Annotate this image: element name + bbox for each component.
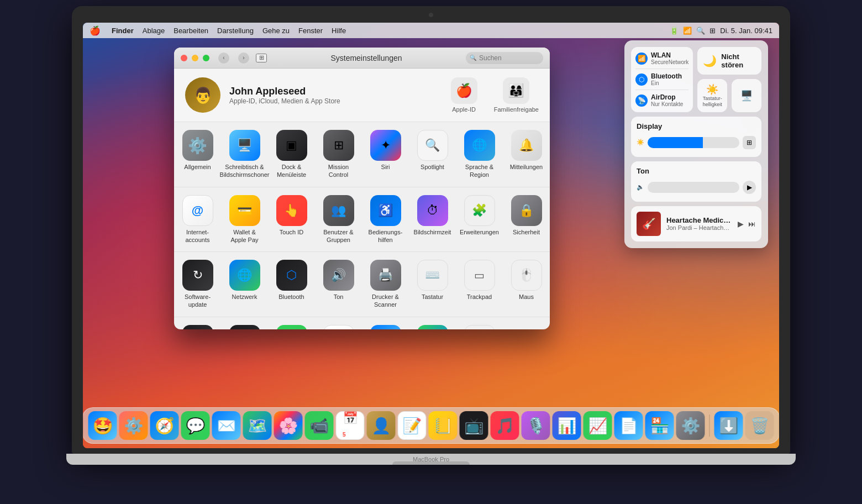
- settings-spotlight[interactable]: 🔍 Spotlight: [411, 127, 454, 182]
- user-profile[interactable]: 👨 John Appleseed Apple-ID, iCloud, Medie…: [174, 69, 550, 122]
- dock-contacts[interactable]: 👤: [367, 411, 396, 440]
- mission-label: Mission Control: [320, 163, 357, 179]
- settings-network[interactable]: 🌐 Netzwerk: [223, 256, 266, 312]
- dock-appstore[interactable]: 🏪: [645, 411, 674, 440]
- battery-icon[interactable]: 🔋: [670, 27, 679, 35]
- settings-touchid[interactable]: 👆 Touch ID: [270, 192, 313, 248]
- datum-icon: 🕐: [323, 325, 354, 329]
- brightness-slider[interactable]: [648, 137, 739, 148]
- keynote-icon: 📊: [557, 417, 576, 435]
- cc-bluetooth-row[interactable]: ⬡ Bluetooth Ein: [635, 72, 688, 86]
- settings-benutzer[interactable]: 👥 Benutzer & Gruppen: [317, 192, 360, 248]
- search-icon-menubar[interactable]: 🔍: [696, 27, 705, 35]
- photos-icon: 🌸: [278, 417, 298, 435]
- dock-keynote[interactable]: 📊: [553, 411, 581, 440]
- minimize-button[interactable]: [192, 55, 198, 61]
- back-button[interactable]: ‹: [218, 53, 229, 64]
- settings-schreibtisch[interactable]: 🖥️ Schreibtisch & Bildschirmschoner: [223, 127, 266, 182]
- dock-photos[interactable]: 🌸: [274, 411, 303, 440]
- dock-appletv[interactable]: 📺: [460, 411, 488, 440]
- settings-timemachine[interactable]: ⏰ Time Machine: [411, 322, 454, 329]
- dock-music[interactable]: 🎵: [491, 411, 519, 440]
- finder-menu[interactable]: Finder: [112, 27, 134, 35]
- mirror-tile[interactable]: 🖥️: [732, 79, 761, 112]
- dock-finder[interactable]: 🤩: [88, 411, 117, 440]
- dock-maps[interactable]: 🗺️: [243, 411, 272, 440]
- settings-datum[interactable]: 🕐 Datum & Uhrzeit: [317, 322, 360, 329]
- settings-mitteilungen[interactable]: 🔔 Mitteilungen: [505, 127, 548, 182]
- settings-ton[interactable]: 🔊 Ton: [317, 256, 360, 312]
- internet-icon: @: [182, 195, 213, 226]
- settings-monitore[interactable]: 🖥️ Monitore: [176, 322, 219, 329]
- dock-calendar[interactable]: 📅5: [336, 411, 365, 440]
- dock-podcasts[interactable]: 🎙️: [522, 411, 550, 440]
- settings-startvolume[interactable]: 💾 Startvolume: [458, 322, 501, 329]
- bearbeiten-menu[interactable]: Bearbeiten: [174, 27, 208, 35]
- apple-id-label: Apple-ID: [452, 106, 476, 113]
- settings-software[interactable]: ↻ Software­update: [176, 256, 219, 312]
- apple-menu[interactable]: 🍎: [90, 25, 101, 36]
- fenster-menu[interactable]: Fenster: [298, 27, 323, 35]
- dock-safari[interactable]: 🧭: [150, 411, 179, 440]
- hilfe-menu[interactable]: Hilfe: [332, 27, 346, 35]
- software-icon: ↻: [182, 260, 213, 291]
- grid-view-button[interactable]: ⊞: [256, 54, 267, 62]
- settings-tastatur[interactable]: ⌨️ Tastatur: [411, 256, 454, 312]
- dock-downloads[interactable]: ⬇️: [714, 411, 743, 440]
- apple-id-icon: 🍎: [451, 77, 477, 104]
- wifi-icon[interactable]: 📶: [683, 27, 692, 35]
- settings-allgemein[interactable]: ⚙️ Allgemein: [176, 127, 219, 182]
- dock-reminders[interactable]: 📝: [398, 411, 427, 440]
- gehe-zu-menu[interactable]: Gehe zu: [262, 27, 290, 35]
- forward-button[interactable]: ›: [238, 53, 249, 64]
- ablage-menu[interactable]: Ablage: [143, 27, 165, 35]
- dock-numbers[interactable]: 📈: [584, 411, 612, 440]
- settings-drucker[interactable]: 🖨️ Drucker & Scanner: [364, 256, 407, 312]
- dock-sysprefs[interactable]: ⚙️: [676, 411, 705, 440]
- apple-id-icon-item[interactable]: 🍎 Apple-ID: [451, 77, 477, 113]
- dnd-tile[interactable]: 🌙 Nicht stören: [697, 47, 761, 75]
- np-skip-button[interactable]: ⏭: [748, 219, 756, 228]
- search-input[interactable]: [466, 52, 543, 64]
- settings-dock[interactable]: ▣ Dock & Menüleiste: [270, 127, 313, 182]
- finder-icon: 🤩: [92, 416, 113, 435]
- dock-mail[interactable]: ✉️: [212, 411, 241, 440]
- dock-messages[interactable]: 💬: [181, 411, 210, 440]
- cc-airdrop-row[interactable]: 📡 AirDrop Nur Kontakte: [635, 93, 688, 107]
- settings-siri[interactable]: ✦ Siri: [364, 127, 407, 182]
- family-sharing-icon-item[interactable]: 👨‍👩‍👧 Familien­freigabe: [494, 77, 539, 113]
- dock-notes[interactable]: 📒: [429, 411, 458, 440]
- network-icon: 🌐: [229, 260, 260, 291]
- settings-bluetooth[interactable]: ⬡ Bluetooth: [270, 256, 313, 312]
- freigaben-icon: 📁: [370, 325, 401, 329]
- settings-freigaben[interactable]: 📁 Freigaben: [364, 322, 407, 329]
- dock-facetime[interactable]: 📹: [305, 411, 334, 440]
- settings-security[interactable]: 🔒 Sicherheit: [505, 192, 548, 248]
- settings-bedienung[interactable]: ♿ Bedienungs­hilfen: [364, 192, 407, 248]
- dock-pages[interactable]: 📄: [614, 411, 643, 440]
- airdrop-info: AirDrop Nur Kontakte: [651, 93, 688, 107]
- settings-mission[interactable]: ⊞ Mission Control: [317, 127, 360, 182]
- control-center-icon[interactable]: ⊞: [709, 27, 716, 35]
- cc-wlan-row[interactable]: 📶 WLAN SecureNetwork: [635, 51, 688, 65]
- volume-slider[interactable]: [648, 182, 739, 193]
- settings-extensions[interactable]: 🧩 Erweiterungen: [458, 192, 501, 248]
- settings-sidecar[interactable]: ◫ Sidecar: [223, 322, 266, 329]
- darstellung-menu[interactable]: Darstellung: [217, 27, 254, 35]
- airplay-icon[interactable]: ▶: [743, 181, 756, 194]
- dock-trash[interactable]: 🗑️: [745, 411, 774, 440]
- settings-sprache[interactable]: 🌐 Sprache & Region: [458, 127, 501, 182]
- np-play-button[interactable]: ▶: [738, 219, 744, 228]
- keyboard-brightness-tile[interactable]: ☀️ Tastatur-helligkeit: [697, 79, 727, 112]
- settings-maus[interactable]: 🖱️ Maus: [505, 256, 548, 312]
- display-options-icon[interactable]: ⊞: [743, 136, 756, 149]
- settings-internet[interactable]: @ Internet­accounts: [176, 192, 219, 248]
- dock-launchpad[interactable]: ⚙️: [119, 411, 148, 440]
- close-button[interactable]: [181, 55, 187, 61]
- settings-wallet[interactable]: 💳 Wallet & Apple Pay: [223, 192, 266, 248]
- settings-trackpad[interactable]: ▭ Trackpad: [458, 256, 501, 312]
- maximize-button[interactable]: [203, 55, 209, 61]
- settings-screentime[interactable]: ⏱ Bildschirmzeit: [411, 192, 454, 248]
- placeholder-icon: [511, 325, 542, 329]
- settings-batterie[interactable]: 🔋 Batterie: [270, 322, 313, 329]
